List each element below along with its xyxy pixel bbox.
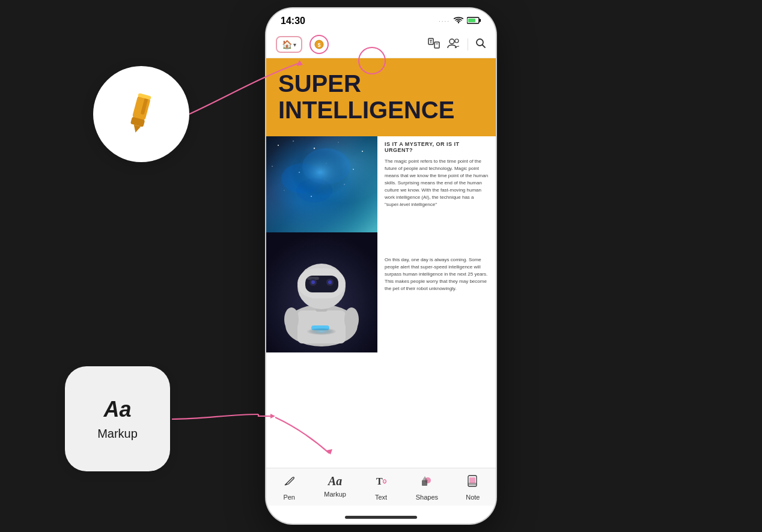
hero-title: SUPER INTELLIGENCE: [278, 70, 484, 123]
svg-point-14: [278, 145, 279, 146]
nebula-image: [266, 136, 377, 232]
bottom-toolbar: Pen Aa Markup T Text Shapes: [266, 468, 496, 506]
svg-point-22: [353, 169, 354, 170]
markup-badge: Aa Markup: [65, 366, 170, 471]
article-images: [266, 136, 377, 352]
svg-point-46: [344, 307, 359, 331]
battery-icon: [467, 16, 481, 26]
pen-label: Pen: [283, 494, 295, 501]
svg-rect-2: [468, 19, 475, 22]
toolbar-note[interactable]: Note: [450, 474, 496, 501]
article-text: IS IT A MYSTERY, OR IS IT URGENT? The ma…: [377, 136, 496, 352]
dots-icon: ····: [439, 18, 450, 25]
shapes-label: Shapes: [416, 494, 438, 501]
markup-badge-label: Markup: [97, 427, 138, 441]
note-icon: [466, 474, 480, 491]
toolbar-text[interactable]: T Text: [358, 474, 404, 501]
text-icon: T: [374, 474, 388, 491]
coin-button[interactable]: $: [309, 35, 329, 54]
svg-rect-52: [469, 477, 475, 483]
svg-point-23: [284, 190, 284, 190]
status-bar: 14:30 ····: [266, 8, 496, 31]
svg-point-15: [293, 141, 294, 142]
svg-point-29: [290, 148, 350, 196]
hero-section: SUPER INTELLIGENCE: [266, 58, 496, 136]
nav-divider: [468, 38, 468, 50]
svg-point-45: [284, 307, 299, 331]
home-icon: 🏠: [282, 40, 292, 49]
toolbar-shapes[interactable]: Shapes: [404, 474, 450, 501]
markup-label: Markup: [324, 491, 346, 498]
text-label: Text: [375, 494, 387, 501]
article-section: IS IT A MYSTERY, OR IS IT URGENT? The ma…: [266, 136, 496, 352]
svg-point-17: [338, 142, 338, 142]
dropdown-icon: ▾: [293, 41, 296, 48]
pen-icon: [282, 474, 296, 491]
svg-rect-6: [434, 42, 439, 48]
svg-line-13: [483, 44, 486, 47]
document-content: SUPER INTELLIGENCE: [266, 58, 496, 352]
home-indicator: [345, 516, 417, 519]
svg-point-11: [455, 39, 459, 43]
marker-circle: [93, 66, 189, 162]
article-body-text-2: On this day, one day is always coming. S…: [385, 256, 489, 292]
users-button[interactable]: [447, 38, 460, 52]
svg-text:$: $: [317, 42, 320, 48]
svg-point-43: [328, 280, 332, 284]
svg-point-10: [450, 39, 454, 44]
article-body-text-1: The magic point refers to the time point…: [385, 158, 489, 208]
svg-text:T: T: [376, 476, 383, 486]
article-subtitle: IS IT A MYSTERY, OR IS IT URGENT?: [385, 141, 489, 153]
svg-rect-49: [422, 480, 427, 486]
status-icons: ····: [439, 16, 481, 26]
toolbar-markup[interactable]: Aa Markup: [312, 474, 358, 501]
home-button[interactable]: 🏠 ▾: [276, 36, 302, 53]
search-button[interactable]: [475, 38, 486, 52]
phone-frame: 14:30 ···· 🏠: [266, 8, 496, 524]
markup-icon: Aa: [328, 474, 342, 488]
svg-point-19: [272, 166, 272, 166]
status-time: 14:30: [281, 16, 305, 26]
svg-point-42: [311, 280, 315, 284]
markup-aa-icon: Aa: [103, 397, 131, 422]
translate-button[interactable]: [428, 38, 440, 52]
svg-rect-1: [480, 19, 481, 22]
shapes-icon: [420, 474, 433, 491]
wifi-icon: [454, 16, 463, 26]
robot-image: [266, 232, 377, 352]
note-label: Note: [466, 494, 480, 501]
svg-point-18: [362, 151, 363, 152]
nav-bar: 🏠 ▾ $: [266, 31, 496, 58]
svg-point-44: [306, 328, 337, 335]
toolbar-pen[interactable]: Pen: [266, 474, 312, 501]
